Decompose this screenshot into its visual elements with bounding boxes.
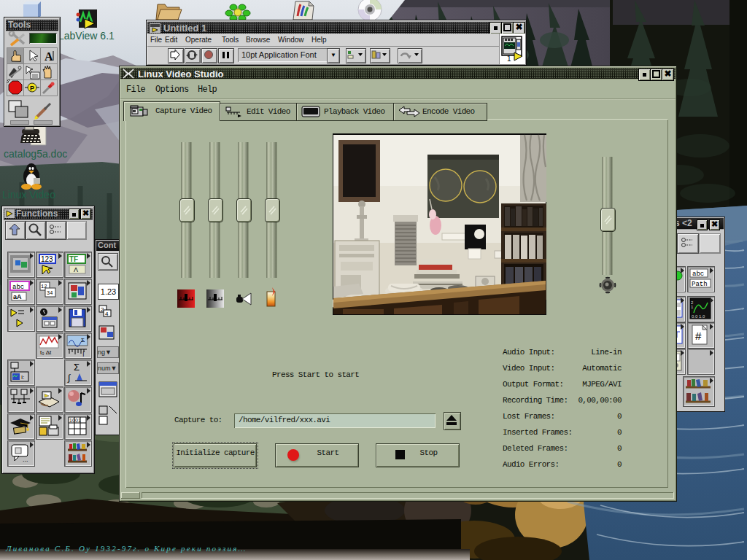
svg-text:TF: TF: [69, 255, 78, 263]
svg-text:I:: I:: [21, 374, 24, 381]
svg-text:Σ: Σ: [81, 337, 85, 343]
svg-text:abc: abc: [692, 271, 704, 278]
svg-text:aA: aA: [13, 293, 22, 300]
svg-text:t₀ Δt: t₀ Δt: [40, 349, 52, 356]
svg-text:34: 34: [47, 290, 53, 296]
svg-text:abc: abc: [12, 284, 24, 291]
svg-text:P: P: [30, 85, 34, 92]
svg-text:A: A: [44, 50, 53, 63]
svg-text:Ливанова С.Б. Оу 1932-97г.: Ливанова С.Б. Оу 1932-97г. о Кире реки п…: [5, 544, 247, 553]
svg-text:0.0 1.0: 0.0 1.0: [692, 314, 705, 319]
svg-text:2: 2: [101, 306, 104, 313]
svg-text:4: 4: [105, 311, 109, 317]
svg-text:∫: ∫: [67, 373, 71, 383]
svg-text:Λ: Λ: [74, 266, 78, 273]
svg-text:Σ: Σ: [74, 362, 80, 373]
svg-text:...: ...: [23, 456, 28, 463]
svg-text:1: 1: [507, 55, 511, 63]
svg-text:10: 10: [69, 418, 75, 423]
svg-text:123: 123: [41, 255, 53, 263]
svg-text:#: #: [695, 330, 702, 342]
svg-text:Path: Path: [692, 281, 708, 288]
svg-text:01: 01: [75, 418, 81, 423]
